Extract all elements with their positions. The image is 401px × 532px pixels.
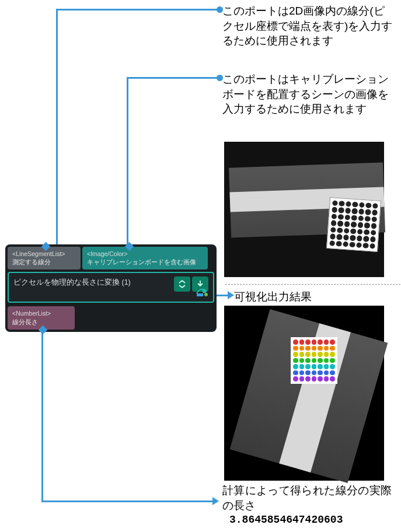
download-icon [196,280,204,288]
port-type: <Image/Color> [87,250,203,258]
rotated-scene [230,309,388,483]
port-type: <LineSegmentList> [12,250,76,258]
result-value: 3.8645854647420603 [229,514,343,526]
expand-button[interactable] [174,276,190,292]
annotation-port1: このポートは2D画像内の線分(ピクセル座標で端点を表す)を入力するために使用され… [222,4,395,48]
connector-line [41,501,214,502]
port-label: 線分長さ [12,318,70,326]
output-image-thumbnail [224,306,384,481]
calibration-board [326,197,381,252]
annotation-output: 計算によって得られた線分の実際の長さ [222,483,392,513]
port-label: 測定する線分 [12,258,76,266]
input-image-thumbnail [224,142,384,277]
expand-icon [177,280,187,288]
port-label: キャリブレーションボードを含む画像 [87,258,203,266]
annotation-port2: このポートはキャリブレーションボードを配置するシーンの画像を入力するために使用さ… [222,72,395,117]
svg-point-0 [203,289,207,293]
connector-line [127,77,128,245]
input-port-image[interactable]: <Image/Color> キャリブレーションボードを含む画像 [82,247,208,270]
connector-line [217,295,229,296]
input-port-linesegment[interactable]: <LineSegmentList> 測定する線分 [8,247,81,270]
separator [225,284,400,285]
color-calibration-board [291,337,337,384]
output-port-numberlist[interactable]: <NumberList> 線分長さ [8,306,75,329]
node-body[interactable]: ピクセルを物理的な長さに変換 (1) [8,272,214,303]
connector-line [127,77,219,79]
node[interactable]: <LineSegmentList> 測定する線分 <Image/Color> キ… [5,244,217,332]
input-ports-row: <LineSegmentList> 測定する線分 <Image/Color> キ… [6,246,215,271]
visibility-icon[interactable] [196,288,209,299]
svg-point-2 [204,293,208,296]
connector-line [56,9,58,244]
output-ports-row: <NumberList> 線分長さ [6,304,215,330]
port-type: <NumberList> [12,309,70,317]
connector-line [41,331,43,502]
connector-arrow [212,497,219,505]
annotation-vis: 可視化出力結果 [234,289,312,304]
connector-arrow [228,291,234,299]
svg-rect-1 [197,293,203,296]
connector-line [57,9,219,10]
